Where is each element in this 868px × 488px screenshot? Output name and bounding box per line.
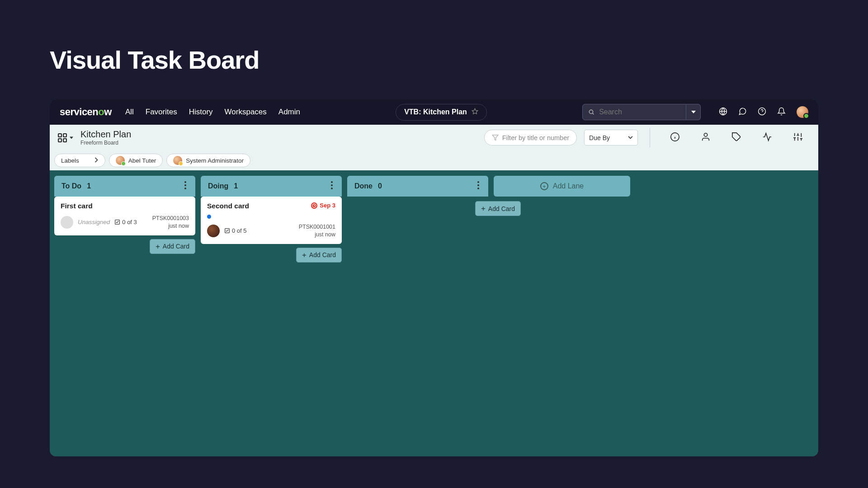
- card-time: just now: [299, 231, 335, 239]
- svg-point-1: [589, 110, 593, 113]
- topnav: All Favorites History Workspaces Admin: [125, 108, 300, 117]
- brand-post: w: [104, 106, 112, 117]
- add-lane-button[interactable]: + Add Lane: [494, 176, 630, 197]
- plus-icon: +: [481, 205, 486, 212]
- labels-chip-text: Labels: [61, 157, 79, 164]
- card[interactable]: Second card Sep 3: [201, 197, 342, 244]
- checklist-icon: [114, 219, 120, 225]
- lanes-area: To Do 1 First card: [50, 170, 818, 456]
- svg-point-36: [477, 184, 479, 186]
- svg-point-32: [331, 188, 333, 189]
- svg-rect-10: [63, 139, 66, 142]
- add-card-button[interactable]: + Add Card: [296, 248, 342, 263]
- chevron-down-icon: [628, 136, 633, 139]
- star-icon[interactable]: [472, 108, 478, 117]
- add-card-button[interactable]: + Add Card: [475, 201, 521, 216]
- lane-header[interactable]: Doing 1: [201, 176, 342, 197]
- svg-marker-11: [492, 135, 498, 140]
- search-dropdown[interactable]: [686, 104, 701, 120]
- add-card-button[interactable]: + Add Card: [150, 239, 195, 254]
- person-chip-abel[interactable]: Abel Tuter: [109, 154, 163, 167]
- search-input[interactable]: [599, 108, 680, 116]
- funnel-icon: [492, 134, 499, 141]
- filter-input[interactable]: Filter by title or number: [484, 130, 577, 145]
- lane-count: 0: [378, 182, 382, 190]
- bell-icon[interactable]: [777, 107, 786, 117]
- filter-placeholder: Filter by title or number: [502, 134, 569, 141]
- checklist-badge: 0 of 5: [224, 227, 247, 234]
- lane-title: To Do: [61, 182, 81, 190]
- svg-point-35: [477, 181, 479, 183]
- svg-point-5: [759, 108, 766, 115]
- nav-workspaces[interactable]: Workspaces: [225, 108, 267, 117]
- assignee-name: Unassigned: [78, 219, 110, 225]
- avatar-icon: [116, 156, 125, 165]
- lane-menu-icon[interactable]: [329, 179, 335, 193]
- help-icon[interactable]: [758, 107, 766, 117]
- global-search[interactable]: [582, 104, 686, 120]
- assignee-avatar[interactable]: [61, 216, 73, 229]
- breadcrumb-tab[interactable]: VTB: Kitchen Plan: [396, 104, 487, 121]
- avatar-icon: [173, 156, 182, 165]
- assignee-avatar[interactable]: [207, 225, 220, 237]
- due-by-select[interactable]: Due By: [584, 130, 638, 145]
- divider: [650, 128, 650, 148]
- board-title-block: Kitchen Plan Freeform Board: [80, 129, 131, 146]
- board-switcher[interactable]: [57, 132, 73, 143]
- svg-line-2: [592, 113, 594, 114]
- add-card-label: Add Card: [163, 243, 189, 250]
- lane-todo: To Do 1 First card: [54, 176, 195, 254]
- info-icon[interactable]: [670, 132, 680, 144]
- nav-all[interactable]: All: [125, 108, 134, 117]
- activity-icon[interactable]: [762, 132, 772, 144]
- plus-icon: +: [156, 243, 160, 250]
- breadcrumb-label: VTB: Kitchen Plan: [404, 108, 467, 116]
- lane-done: Done 0 + Add Card: [347, 176, 488, 197]
- svg-point-27: [184, 184, 186, 186]
- svg-point-26: [184, 181, 186, 183]
- user-avatar[interactable]: [797, 106, 808, 118]
- card-id: PTSK0001003: [152, 215, 189, 222]
- board-tool-icons: [662, 132, 811, 144]
- globe-icon[interactable]: [719, 107, 727, 117]
- lane-menu-icon[interactable]: [183, 179, 188, 193]
- svg-point-15: [704, 133, 707, 136]
- settings-icon[interactable]: [793, 132, 803, 144]
- topbar-utilities: [719, 106, 808, 118]
- brand-o: o: [98, 106, 104, 117]
- chat-icon[interactable]: [738, 107, 747, 117]
- board-subtitle: Freeform Board: [80, 140, 131, 146]
- nav-history[interactable]: History: [189, 108, 213, 117]
- person-chip-sysadmin[interactable]: System Administrator: [166, 154, 250, 167]
- lane-title: Done: [354, 182, 373, 190]
- card-due-badge: Sep 3: [311, 202, 335, 209]
- add-lane-label: Add Lane: [553, 182, 584, 190]
- lane-count: 1: [87, 182, 91, 190]
- labels-chip[interactable]: Labels: [54, 154, 105, 167]
- card-time: just now: [152, 222, 189, 230]
- chips-row: Labels Abel Tuter System Administrator: [50, 150, 818, 170]
- page-heading: Visual Task Board: [50, 45, 818, 75]
- svg-point-30: [331, 181, 333, 183]
- nav-favorites[interactable]: Favorites: [146, 108, 177, 117]
- card-id: PTSK0001001: [299, 223, 335, 231]
- brand-logo[interactable]: servicenow: [60, 106, 112, 118]
- card[interactable]: First card Unassigned 0 of 3 PT: [54, 197, 195, 235]
- clock-icon: [311, 202, 317, 209]
- person-icon[interactable]: [701, 132, 711, 144]
- person-chip-name: System Administrator: [186, 157, 244, 164]
- plus-circle-icon: +: [540, 182, 548, 190]
- board-header: Kitchen Plan Freeform Board Filter by ti…: [50, 125, 818, 150]
- caret-down-icon: [691, 110, 696, 114]
- chevron-right-icon: [94, 157, 99, 164]
- lane-header[interactable]: Done 0: [347, 176, 488, 197]
- lane-menu-icon[interactable]: [476, 179, 481, 193]
- nav-admin[interactable]: Admin: [278, 108, 300, 117]
- grid-icon: [57, 132, 68, 143]
- lane-header[interactable]: To Do 1: [54, 176, 195, 197]
- svg-point-31: [331, 184, 333, 186]
- label-dot: [207, 215, 211, 219]
- tag-icon[interactable]: [731, 132, 741, 144]
- svg-rect-9: [58, 139, 61, 142]
- brand-pre: servicen: [60, 106, 98, 117]
